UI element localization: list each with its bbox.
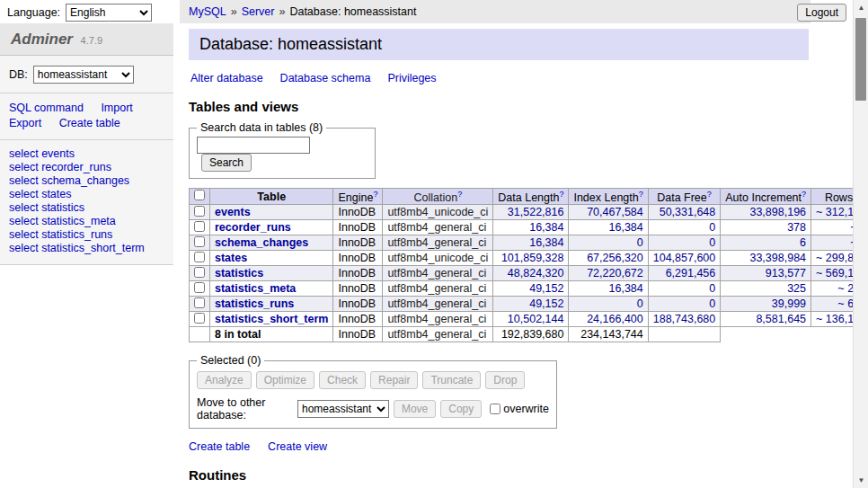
data-length-cell: 10,502,144 xyxy=(493,312,569,327)
row-checkbox[interactable] xyxy=(194,297,205,308)
collation-doc-link[interactable]: ? xyxy=(457,190,462,199)
breadcrumb: MySQL » Server » Database: homeassistant xyxy=(180,0,810,23)
create-view-link[interactable]: Create view xyxy=(268,440,327,453)
selected-legend: Selected (0) xyxy=(197,354,264,367)
data-free-cell: 0 xyxy=(648,220,721,235)
row-checkbox[interactable] xyxy=(194,206,205,217)
data-length-cell: 101,859,328 xyxy=(493,251,569,266)
table-link-statistics[interactable]: statistics xyxy=(215,267,263,279)
sidebar-item-select-statistics[interactable]: select statistics xyxy=(9,201,164,215)
total-engine-cell: InnoDB xyxy=(333,327,383,342)
collation-cell: utf8mb4_general_ci xyxy=(383,297,493,312)
breadcrumb-server-link[interactable]: Server xyxy=(242,5,275,18)
sidebar-item-select-recorder-runs[interactable]: select recorder_runs xyxy=(9,161,164,174)
command-links-block: SQL command Import Export Create table xyxy=(0,93,173,140)
breadcrumb-mysql-link[interactable]: MySQL xyxy=(189,5,226,18)
select-all-checkbox[interactable] xyxy=(194,190,205,200)
engine-cell: InnoDB xyxy=(333,266,383,281)
main-content: Database: homeassistant Alter database D… xyxy=(189,23,809,488)
table-row: statistics_runs InnoDB utf8mb4_general_c… xyxy=(190,297,868,312)
import-link[interactable]: Import xyxy=(101,102,132,114)
search-input[interactable] xyxy=(197,137,310,154)
sidebar-item-select-statistics-meta[interactable]: select statistics_meta xyxy=(9,215,164,228)
move-label: Move to other database: xyxy=(197,396,293,421)
table-row: schema_changes InnoDB utf8mb4_general_ci… xyxy=(190,235,868,251)
sidebar-item-select-statistics-short-term[interactable]: select statistics_short_term xyxy=(9,242,164,255)
index-length-cell: 16,384 xyxy=(569,220,648,235)
row-checkbox[interactable] xyxy=(194,313,205,324)
tables-overview-table: Table Engine? Collation? Data Length? In… xyxy=(189,188,868,342)
auto-increment-cell: 378 xyxy=(721,220,811,235)
export-link[interactable]: Export xyxy=(9,117,41,129)
table-link-states[interactable]: states xyxy=(215,252,247,264)
auto-increment-cell: 33,898,196 xyxy=(721,205,811,220)
optimize-button[interactable]: Optimize xyxy=(256,371,314,389)
table-link-statistics-meta[interactable]: statistics_meta xyxy=(215,282,296,295)
auto-increment-cell: 6 xyxy=(721,235,811,251)
table-row: states InnoDB utf8mb4_unicode_ci 101,859… xyxy=(190,251,868,266)
total-collation-cell: utf8mb4_general_ci xyxy=(383,327,493,342)
auto-increment-cell: 913,577 xyxy=(721,266,811,281)
database-schema-link[interactable]: Database schema xyxy=(280,72,371,84)
alter-database-link[interactable]: Alter database xyxy=(190,72,263,84)
row-checkbox[interactable] xyxy=(194,252,205,262)
table-header-row: Table Engine? Collation? Data Length? In… xyxy=(190,189,868,205)
row-checkbox[interactable] xyxy=(194,236,205,247)
table-link-recorder-runs[interactable]: recorder_runs xyxy=(215,221,291,234)
auto-increment-doc-link[interactable]: ? xyxy=(802,190,806,199)
row-checkbox[interactable] xyxy=(194,221,205,232)
scroll-up-arrow-icon[interactable]: ▲ xyxy=(854,0,868,15)
sidebar-item-select-statistics-runs[interactable]: select statistics_runs xyxy=(9,228,164,242)
auto-increment-cell: 8,581,645 xyxy=(721,312,811,327)
check-button[interactable]: Check xyxy=(319,371,366,389)
create-table-link-main[interactable]: Create table xyxy=(189,440,250,453)
move-button[interactable]: Move xyxy=(394,400,436,418)
adminer-logo[interactable]: Adminer xyxy=(11,31,73,48)
index-length-cell: 67,256,320 xyxy=(569,251,648,266)
data-length-doc-link[interactable]: ? xyxy=(559,190,563,199)
truncate-button[interactable]: Truncate xyxy=(422,371,481,389)
sidebar-item-select-states[interactable]: select states xyxy=(9,188,164,201)
tables-and-views-heading: Tables and views xyxy=(189,99,809,114)
scroll-down-arrow-icon[interactable]: ▼ xyxy=(854,473,868,488)
privileges-link[interactable]: Privileges xyxy=(387,72,436,84)
move-database-select[interactable]: homeassistant xyxy=(297,400,389,418)
search-button[interactable]: Search xyxy=(201,154,252,172)
adminer-page: Language: English MySQL » Server » Datab… xyxy=(0,0,868,488)
vertical-scrollbar[interactable]: ▲ ▼ xyxy=(853,0,868,488)
row-checkbox[interactable] xyxy=(194,282,205,293)
analyze-button[interactable]: Analyze xyxy=(197,371,252,389)
create-table-link[interactable]: Create table xyxy=(59,117,120,129)
collation-cell: utf8mb4_unicode_ci xyxy=(383,251,493,266)
engine-cell: InnoDB xyxy=(333,312,383,327)
engine-doc-link[interactable]: ? xyxy=(373,190,377,199)
logout-button[interactable]: Logout xyxy=(797,4,846,22)
table-link-statistics-runs[interactable]: statistics_runs xyxy=(215,297,294,310)
drop-button[interactable]: Drop xyxy=(485,371,525,389)
repair-button[interactable]: Repair xyxy=(370,371,418,389)
data-free-cell: 6,291,456 xyxy=(648,266,721,281)
copy-button[interactable]: Copy xyxy=(440,400,482,418)
collation-cell: utf8mb4_general_ci xyxy=(383,220,493,235)
sql-command-link[interactable]: SQL command xyxy=(9,102,84,114)
scrollbar-thumb[interactable] xyxy=(855,18,866,101)
engine-cell: InnoDB xyxy=(333,281,383,297)
table-link-events[interactable]: events xyxy=(215,206,251,218)
overwrite-checkbox[interactable] xyxy=(490,404,500,414)
sidebar-item-select-schema-changes[interactable]: select schema_changes xyxy=(9,174,164,188)
col-header-collation: Collation? xyxy=(383,189,493,205)
index-length-doc-link[interactable]: ? xyxy=(639,190,643,199)
row-checkbox[interactable] xyxy=(194,267,205,278)
index-length-cell: 0 xyxy=(569,297,648,312)
database-nav: Alter database Database schema Privilege… xyxy=(190,72,809,84)
breadcrumb-separator: » xyxy=(279,5,285,18)
db-select[interactable]: homeassistant xyxy=(33,66,134,84)
data-free-doc-link[interactable]: ? xyxy=(707,190,712,199)
language-select[interactable]: English xyxy=(66,4,152,22)
total-empty-cell xyxy=(190,327,210,342)
index-length-cell: 16,384 xyxy=(569,281,648,297)
table-row: events InnoDB utf8mb4_unicode_ci 31,522,… xyxy=(190,205,868,220)
table-link-schema-changes[interactable]: schema_changes xyxy=(215,236,308,249)
table-link-statistics-short-term[interactable]: statistics_short_term xyxy=(215,313,328,325)
sidebar-item-select-events[interactable]: select events xyxy=(9,147,164,161)
